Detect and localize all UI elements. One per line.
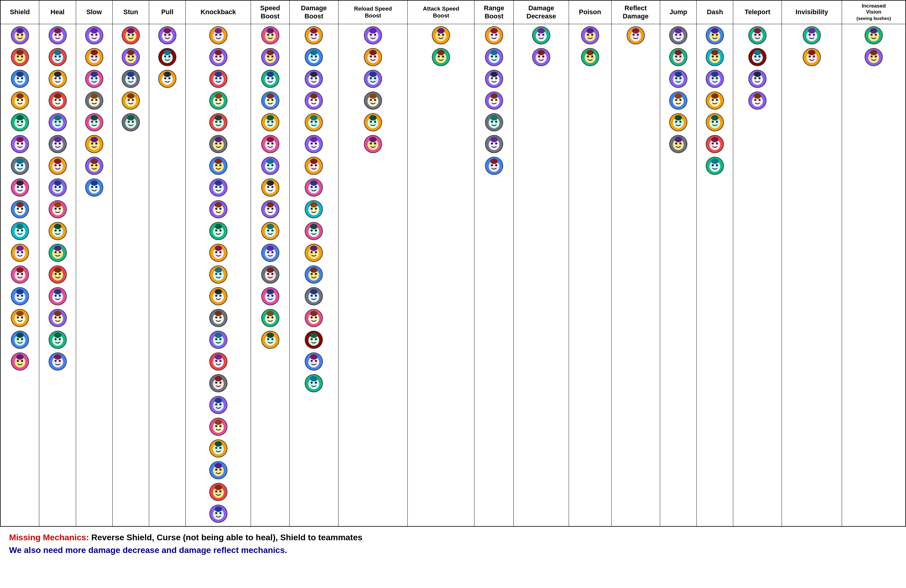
cell-stun	[112, 24, 149, 527]
svg-point-572	[491, 99, 493, 101]
svg-point-433	[315, 34, 317, 36]
svg-point-322	[215, 382, 217, 384]
svg-point-409	[267, 245, 274, 251]
brawler-avatar	[48, 200, 68, 220]
brawler-avatar	[705, 48, 725, 68]
col-reload-speed-boost: Reload SpeedBoost	[338, 0, 408, 24]
svg-point-367	[267, 77, 269, 80]
svg-point-554	[437, 50, 445, 55]
svg-point-59	[16, 267, 24, 273]
col-teleport: Teleport	[733, 0, 782, 24]
svg-point-318	[219, 360, 222, 362]
svg-point-692	[754, 77, 756, 80]
svg-point-209	[127, 50, 134, 55]
svg-point-28	[21, 143, 23, 145]
svg-point-638	[680, 121, 682, 123]
brawler-avatar	[304, 91, 324, 111]
brawler-avatar	[363, 113, 383, 133]
svg-point-32	[17, 164, 19, 166]
svg-point-183	[95, 121, 97, 123]
brawler-avatar	[668, 91, 688, 111]
brawler-avatar	[260, 200, 280, 220]
svg-point-613	[636, 34, 639, 36]
brawler-avatar	[48, 265, 68, 285]
svg-point-133	[59, 251, 61, 253]
svg-point-659	[711, 72, 718, 77]
col-slow: Slow	[76, 0, 112, 24]
svg-point-633	[680, 99, 682, 101]
svg-point-693	[759, 77, 761, 80]
brawler-avatar	[363, 70, 383, 89]
svg-point-649	[711, 28, 718, 33]
svg-point-567	[491, 77, 493, 80]
svg-point-718	[875, 56, 877, 58]
svg-point-84	[54, 28, 61, 33]
brawler-avatar	[304, 113, 324, 133]
svg-point-167	[91, 56, 93, 58]
svg-point-578	[495, 121, 497, 123]
svg-point-302	[215, 295, 217, 297]
brawler-avatar	[802, 48, 822, 68]
svg-point-49	[16, 224, 24, 229]
brawler-avatar	[484, 70, 504, 89]
cell-invisibility	[782, 24, 842, 527]
svg-point-429	[267, 333, 274, 338]
missing-mechanics-line: Missing Mechanics: Reverse Shield, Curse…	[9, 533, 897, 542]
svg-point-342	[215, 469, 217, 471]
svg-point-677	[712, 164, 714, 166]
svg-point-69	[16, 311, 24, 316]
brawler-avatar	[121, 48, 141, 68]
svg-point-543	[374, 143, 376, 145]
svg-point-589	[490, 159, 498, 164]
svg-point-27	[17, 143, 19, 145]
missing-label: Missing Mechanics:	[9, 533, 89, 542]
svg-point-244	[215, 28, 222, 33]
svg-point-269	[215, 137, 222, 142]
svg-point-344	[215, 463, 222, 468]
brawler-avatar	[48, 70, 68, 89]
brawler-avatar	[208, 91, 228, 111]
svg-point-274	[215, 159, 222, 164]
brawler-avatar	[864, 26, 884, 46]
svg-point-637	[675, 121, 677, 123]
svg-point-203	[132, 34, 134, 36]
brawler-avatar	[260, 287, 280, 307]
svg-point-532	[370, 99, 372, 101]
svg-point-324	[215, 376, 222, 381]
brawler-avatar	[705, 70, 725, 89]
svg-point-337	[215, 447, 217, 449]
svg-point-294	[215, 245, 222, 251]
svg-point-687	[754, 56, 756, 58]
svg-point-667	[712, 121, 714, 123]
svg-point-7	[17, 56, 19, 58]
svg-point-82	[54, 34, 56, 36]
svg-point-349	[215, 485, 222, 490]
svg-point-444	[310, 72, 317, 77]
svg-point-547	[438, 34, 440, 36]
svg-point-358	[271, 34, 273, 36]
brawler-avatar	[10, 221, 30, 242]
svg-point-237	[164, 77, 166, 80]
svg-point-697	[754, 99, 756, 101]
svg-point-622	[675, 56, 677, 58]
svg-point-618	[680, 34, 682, 36]
svg-point-353	[219, 512, 222, 514]
svg-point-52	[17, 251, 19, 253]
svg-point-542	[370, 143, 372, 145]
svg-point-463	[315, 164, 317, 166]
svg-point-18	[21, 99, 23, 101]
svg-point-503	[315, 338, 317, 340]
brawler-avatar	[208, 48, 228, 68]
svg-point-537	[370, 121, 372, 123]
brawler-avatar	[626, 26, 646, 46]
brawler-avatar	[260, 330, 280, 350]
svg-point-709	[808, 50, 815, 55]
svg-point-413	[271, 273, 273, 275]
brawler-avatar	[668, 70, 688, 89]
svg-point-519	[369, 28, 376, 33]
svg-point-197	[91, 186, 93, 188]
svg-point-672	[712, 143, 714, 145]
col-attack-speed-boost: Attack SpeedBoost	[408, 0, 474, 24]
svg-point-388	[271, 164, 273, 166]
cell-knockback	[186, 24, 251, 527]
